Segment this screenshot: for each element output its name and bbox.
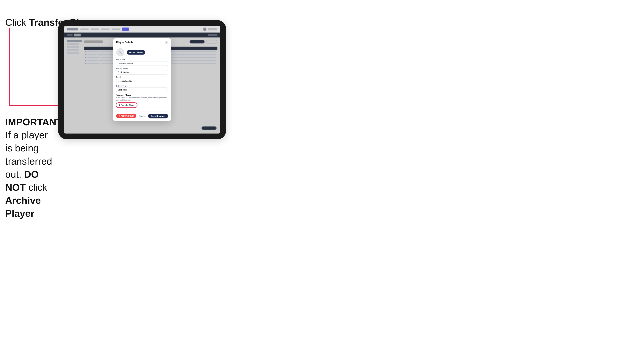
transfer-icon: ⟳ (118, 104, 120, 106)
player-details-dialog: Player Details × Upload Photo (113, 38, 171, 121)
display-name-input[interactable] (116, 70, 168, 74)
cancel-button[interactable]: Cancel (137, 114, 147, 118)
transfer-section-description: If this player has moved to another scho… (116, 97, 168, 101)
school-year-select[interactable]: Sixth Year (116, 88, 168, 92)
display-name-label: Display Name (116, 67, 168, 69)
instruction-bottom: IMPORTANT: If a player is being transfer… (5, 115, 58, 220)
tablet-screen: Player Details × Upload Photo (64, 26, 220, 134)
arrow-vertical-line (9, 27, 10, 106)
dialog-header: Player Details × (113, 38, 171, 46)
full-name-label: Full Name (116, 59, 168, 61)
transfer-button-label: Transfer Player (121, 104, 135, 106)
email-input[interactable] (116, 79, 168, 83)
tablet-frame: Player Details × Upload Photo (58, 20, 226, 139)
school-year-label: School Year (116, 85, 168, 87)
archive-button-label: Archive Player (121, 115, 134, 117)
avatar-placeholder (116, 48, 124, 56)
transfer-player-button[interactable]: ⟳ Transfer Player (116, 103, 137, 107)
dialog-title: Player Details (116, 41, 133, 44)
instruction-important: IMPORTANT (5, 117, 62, 127)
display-name-group: Display Name (116, 67, 168, 74)
dialog-footer: ⬇ Archive Player Cancel Save Changes (113, 112, 171, 121)
email-group: Email (116, 76, 168, 83)
dialog-body: Upload Photo Full Name Display Name (113, 46, 171, 111)
save-changes-button[interactable]: Save Changes (148, 114, 168, 118)
dialog-close-button[interactable]: × (165, 41, 168, 44)
full-name-input[interactable] (116, 61, 168, 66)
archive-icon: ⬇ (118, 115, 120, 117)
photo-row: Upload Photo (116, 48, 168, 56)
footer-right-actions: Cancel Save Changes (137, 114, 168, 118)
transfer-section-label: Transfer Player (116, 94, 168, 96)
instruction-archive-bold: Archive Player (5, 195, 41, 219)
dialog-overlay: Player Details × Upload Photo (64, 26, 220, 134)
svg-point-0 (120, 51, 121, 52)
school-year-select-wrapper: Sixth Year ▾ (116, 88, 168, 92)
school-year-group: School Year Sixth Year ▾ (116, 85, 168, 92)
archive-player-button[interactable]: ⬇ Archive Player (116, 114, 136, 118)
full-name-group: Full Name (116, 59, 168, 66)
email-label: Email (116, 76, 168, 78)
upload-photo-button[interactable]: Upload Photo (127, 50, 145, 55)
transfer-player-section: Transfer Player If this player has moved… (116, 94, 168, 107)
